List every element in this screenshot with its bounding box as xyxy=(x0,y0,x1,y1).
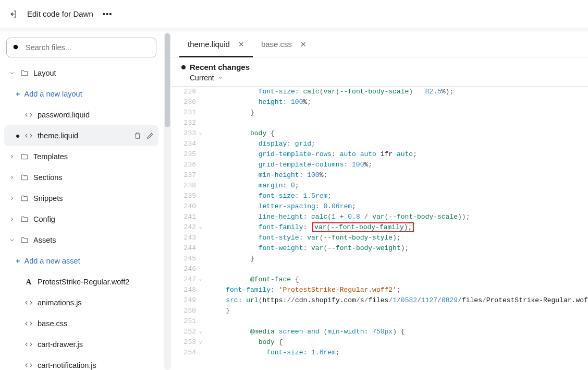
file-row[interactable]: ●theme.liquid xyxy=(4,125,158,146)
code-line[interactable]: @media screen and (min-width: 750px) { xyxy=(210,327,588,337)
file-row[interactable]: base.css xyxy=(4,313,158,334)
modified-dot-icon: ● xyxy=(16,132,20,140)
code-line[interactable]: min-height: 100%; xyxy=(210,170,588,181)
code-area[interactable]: 2292302312322332342352362372382392402412… xyxy=(172,87,588,370)
code-line[interactable]: body { xyxy=(210,337,588,348)
code-line[interactable]: line-height: calc(1 + 0.8 / var(--font-b… xyxy=(210,212,588,222)
code-file-icon xyxy=(24,299,33,307)
code-line[interactable]: body { xyxy=(210,128,588,139)
folder-row[interactable]: Snippets xyxy=(4,188,158,209)
code-line[interactable] xyxy=(210,118,588,128)
code-line[interactable]: grid-template-rows: auto auto 1fr auto; xyxy=(210,149,588,160)
topbar: Edit code for Dawn ••• xyxy=(0,0,588,28)
chevron-down-icon[interactable] xyxy=(8,237,16,243)
file-row[interactable]: password.liquid xyxy=(4,104,158,125)
fold-gutter[interactable]: vvvvv xyxy=(199,87,206,370)
delete-icon[interactable] xyxy=(133,132,142,140)
code-file-icon xyxy=(24,111,33,119)
svg-point-0 xyxy=(14,45,18,50)
editor-tab[interactable]: base.css✕ xyxy=(253,31,315,57)
rename-icon[interactable] xyxy=(146,132,154,140)
chevron-down-icon xyxy=(217,75,224,81)
chevron-right-icon[interactable] xyxy=(8,174,16,181)
search-field[interactable] xyxy=(24,43,151,52)
body: Layout+Add a new layoutpassword.liquid●t… xyxy=(0,31,588,370)
folder-row[interactable]: Assets xyxy=(4,230,158,250)
version-dropdown[interactable]: Current xyxy=(181,74,579,82)
code-line[interactable]: font-family: var(--font-body-family); xyxy=(210,222,588,233)
close-tab-icon[interactable]: ✕ xyxy=(300,40,307,49)
unsaved-dot-icon xyxy=(181,65,186,69)
file-row[interactable]: cart-notification.js xyxy=(4,355,158,370)
folder-row[interactable]: Sections xyxy=(4,167,158,188)
svg-line-1 xyxy=(17,49,19,50)
add-item-link[interactable]: +Add a new asset xyxy=(4,250,158,271)
code-line[interactable]: src: url(https://cdn.shopify.com/s/files… xyxy=(210,295,588,306)
folder-row[interactable]: Config xyxy=(4,209,158,230)
file-row[interactable]: cart-drawer.js xyxy=(4,334,158,355)
code-line[interactable]: display: grid; xyxy=(210,139,588,149)
close-tab-icon[interactable]: ✕ xyxy=(238,40,244,49)
folder-icon xyxy=(20,236,29,244)
file-label: theme.liquid xyxy=(38,132,129,140)
more-menu-icon[interactable]: ••• xyxy=(103,9,113,18)
sidebar-scrollbar[interactable] xyxy=(163,31,172,370)
code-line[interactable]: } xyxy=(210,254,588,264)
code-line[interactable]: height: 100%; xyxy=(210,97,588,108)
folder-label: Layout xyxy=(33,69,154,77)
add-item-link[interactable]: +Add a new layout xyxy=(4,83,158,104)
line-number-gutter: 2292302312322332342352362372382392402412… xyxy=(172,87,199,370)
chevron-right-icon[interactable] xyxy=(8,153,16,160)
code-content[interactable]: font-size: calc(var(--font-body-scale) 8… xyxy=(206,87,588,370)
code-line[interactable]: grid-template-columns: 100%; xyxy=(210,160,588,170)
file-label: ProtestStrike-Regular.woff2 xyxy=(38,278,154,286)
file-row[interactable]: AProtestStrike-Regular.woff2 xyxy=(4,271,158,292)
code-line[interactable] xyxy=(210,316,588,327)
code-line[interactable]: @font-face { xyxy=(210,274,588,285)
editor-tab[interactable]: theme.liquid✕ xyxy=(179,31,253,57)
folder-label: Config xyxy=(33,215,154,223)
plus-icon: + xyxy=(16,257,20,265)
folder-label: Sections xyxy=(33,173,154,182)
folder-row[interactable]: Layout xyxy=(4,63,158,83)
code-line[interactable]: margin: 0; xyxy=(210,181,588,191)
chevron-right-icon[interactable] xyxy=(8,195,16,201)
folder-row[interactable]: Templates xyxy=(4,146,158,167)
file-label: base.css xyxy=(38,319,154,328)
version-label: Current xyxy=(190,74,214,82)
folder-label: Snippets xyxy=(33,194,154,202)
code-line[interactable]: letter-spacing: 0.06rem; xyxy=(210,201,588,212)
code-line[interactable]: } xyxy=(210,306,588,316)
code-file-icon xyxy=(24,361,33,369)
file-row[interactable]: animations.js xyxy=(4,292,158,313)
folder-label: Assets xyxy=(33,236,154,244)
chevron-right-icon[interactable] xyxy=(8,216,16,222)
tab-label: base.css xyxy=(261,40,292,49)
editor-subheader: Recent changes Current xyxy=(172,57,588,87)
code-file-icon xyxy=(24,132,33,140)
code-file-icon xyxy=(24,340,33,349)
plus-icon: + xyxy=(16,90,20,98)
folder-icon xyxy=(20,152,29,161)
editor-pane: theme.liquid✕base.css✕ Recent changes Cu… xyxy=(172,31,588,370)
code-line[interactable]: font-size: calc(var(--font-body-scale) 8… xyxy=(210,87,588,97)
folder-icon xyxy=(20,173,29,182)
file-label: cart-notification.js xyxy=(38,361,154,369)
code-line[interactable]: font-style: var(--font-body-style); xyxy=(210,233,588,243)
code-line[interactable]: font-size: 1.5rem; xyxy=(210,191,588,201)
code-line[interactable] xyxy=(210,264,588,274)
code-line[interactable]: } xyxy=(210,108,588,118)
recent-changes-title: Recent changes xyxy=(190,63,250,71)
file-label: animations.js xyxy=(38,299,154,307)
editor-tabs: theme.liquid✕base.css✕ xyxy=(172,31,588,57)
back-icon[interactable] xyxy=(8,9,18,19)
search-input[interactable] xyxy=(6,38,156,57)
folder-icon xyxy=(20,69,29,77)
code-line[interactable]: font-size: 1.6rem; xyxy=(210,348,588,358)
chevron-down-icon[interactable] xyxy=(8,70,16,76)
code-line[interactable]: font-family: 'ProtestStrike-Regular.woff… xyxy=(210,285,588,295)
add-item-label: Add a new asset xyxy=(24,257,154,265)
code-line[interactable]: font-weight: var(--font-body-weight); xyxy=(210,243,588,254)
file-sidebar: Layout+Add a new layoutpassword.liquid●t… xyxy=(0,31,163,370)
code-editor-app: Edit code for Dawn ••• Layout+Add a new … xyxy=(0,0,588,370)
